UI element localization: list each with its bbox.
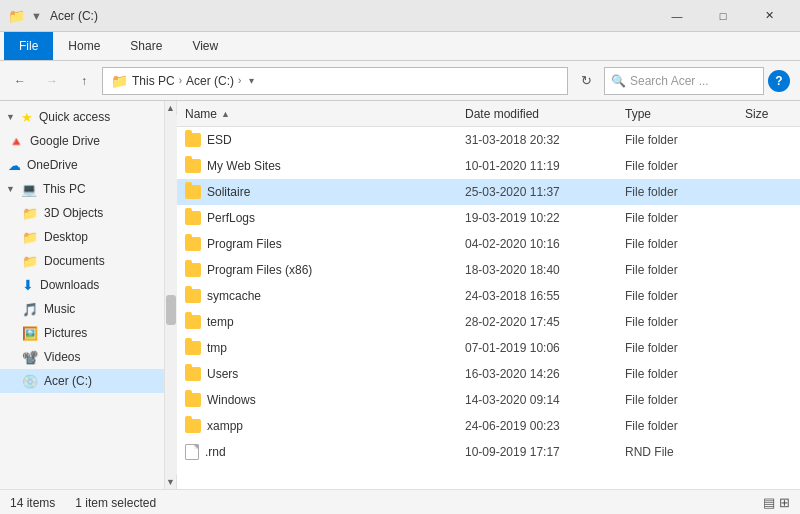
- content-area: Name ▲ Date modified Type Size ESD 31-03…: [177, 101, 800, 489]
- sidebar-item-acer-c[interactable]: 💿 Acer (C:): [0, 369, 164, 393]
- file-name-text: Users: [207, 367, 238, 381]
- file-type-cell: File folder: [625, 237, 745, 251]
- sort-icon: ▲: [221, 109, 230, 119]
- col-header-size[interactable]: Size: [745, 107, 792, 121]
- col-header-name[interactable]: Name ▲: [185, 107, 465, 121]
- sidebar-scrollbar[interactable]: ▲ ▼: [165, 101, 177, 489]
- status-bar: 14 items 1 item selected ▤ ⊞: [0, 489, 800, 514]
- path-acerc[interactable]: Acer (C:): [186, 74, 234, 88]
- window-controls: — □ ✕: [654, 0, 792, 32]
- maximize-button[interactable]: □: [700, 0, 746, 32]
- sidebar-item-quick-access[interactable]: ▼ ★ Quick access: [0, 105, 164, 129]
- file-name-text: xampp: [207, 419, 243, 433]
- item-count: 14 items: [10, 496, 55, 510]
- tab-file[interactable]: File: [4, 32, 53, 60]
- pictures-icon: 🖼️: [22, 326, 38, 341]
- view-icon-list[interactable]: ▤: [763, 495, 775, 510]
- scroll-down-arrow[interactable]: ▼: [166, 475, 175, 489]
- sidebar-label-quick-access: Quick access: [39, 110, 110, 124]
- sidebar-item-videos[interactable]: 📽️ Videos: [0, 345, 164, 369]
- sidebar-item-pictures[interactable]: 🖼️ Pictures: [0, 321, 164, 345]
- close-button[interactable]: ✕: [746, 0, 792, 32]
- sidebar-item-google-drive[interactable]: 🔺 Google Drive: [0, 129, 164, 153]
- scroll-up-arrow[interactable]: ▲: [166, 101, 175, 115]
- search-box[interactable]: 🔍 Search Acer ...: [604, 67, 764, 95]
- col-header-date[interactable]: Date modified: [465, 107, 625, 121]
- folder-desktop-icon: 📁: [22, 230, 38, 245]
- table-row[interactable]: Program Files (x86) 18-03-2020 18:40 Fil…: [177, 257, 800, 283]
- tab-view[interactable]: View: [177, 32, 233, 60]
- content-scroll[interactable]: Name ▲ Date modified Type Size ESD 31-03…: [177, 101, 800, 489]
- col-header-type[interactable]: Type: [625, 107, 745, 121]
- tab-home[interactable]: Home: [53, 32, 115, 60]
- computer-icon: 💻: [21, 182, 37, 197]
- folder-3d-icon: 📁: [22, 206, 38, 221]
- table-row[interactable]: Program Files 04-02-2020 10:16 File fold…: [177, 231, 800, 257]
- file-date-cell: 04-02-2020 10:16: [465, 237, 625, 251]
- table-row[interactable]: symcache 24-03-2018 16:55 File folder: [177, 283, 800, 309]
- file-name-text: symcache: [207, 289, 261, 303]
- table-row[interactable]: xampp 24-06-2019 00:23 File folder: [177, 413, 800, 439]
- file-name-text: ESD: [207, 133, 232, 147]
- file-type-cell: File folder: [625, 393, 745, 407]
- address-dropdown-arrow[interactable]: ▾: [249, 75, 254, 86]
- sidebar-label-documents: Documents: [44, 254, 105, 268]
- help-button[interactable]: ?: [768, 70, 790, 92]
- file-name-text: Windows: [207, 393, 256, 407]
- sidebar-item-documents[interactable]: 📁 Documents: [0, 249, 164, 273]
- table-row[interactable]: Windows 14-03-2020 09:14 File folder: [177, 387, 800, 413]
- search-icon: 🔍: [611, 74, 626, 88]
- forward-button[interactable]: →: [38, 67, 66, 95]
- file-name-text: Program Files: [207, 237, 282, 251]
- table-row[interactable]: .rnd 10-09-2019 17:17 RND File: [177, 439, 800, 465]
- file-name-text: PerfLogs: [207, 211, 255, 225]
- table-row[interactable]: Solitaire 25-03-2020 11:37 File folder: [177, 179, 800, 205]
- sidebar: ▼ ★ Quick access 🔺 Google Drive ☁ OneDri…: [0, 101, 165, 489]
- path-thispc[interactable]: This PC: [132, 74, 175, 88]
- table-row[interactable]: Users 16-03-2020 14:26 File folder: [177, 361, 800, 387]
- table-row[interactable]: temp 28-02-2020 17:45 File folder: [177, 309, 800, 335]
- file-name-text: tmp: [207, 341, 227, 355]
- path-chevron-2: ›: [238, 75, 241, 86]
- folder-icon: [185, 263, 201, 277]
- table-row[interactable]: ESD 31-03-2018 20:32 File folder: [177, 127, 800, 153]
- up-button[interactable]: ↑: [70, 67, 98, 95]
- refresh-button[interactable]: ↻: [572, 67, 600, 95]
- folder-icon: [185, 159, 201, 173]
- drive-icon: 💿: [22, 374, 38, 389]
- sidebar-item-onedrive[interactable]: ☁ OneDrive: [0, 153, 164, 177]
- table-row[interactable]: PerfLogs 19-03-2019 10:22 File folder: [177, 205, 800, 231]
- file-type-cell: File folder: [625, 159, 745, 173]
- sidebar-item-music[interactable]: 🎵 Music: [0, 297, 164, 321]
- chevron-down-icon: ▼: [6, 112, 15, 122]
- file-type-cell: File folder: [625, 263, 745, 277]
- file-name-cell: Windows: [185, 393, 465, 407]
- address-bar: ← → ↑ 📁 This PC › Acer (C:) › ▾ ↻ 🔍 Sear…: [0, 61, 800, 101]
- google-drive-icon: 🔺: [8, 134, 24, 149]
- scroll-thumb-sidebar[interactable]: [166, 295, 176, 325]
- sidebar-item-this-pc[interactable]: ▼ 💻 This PC: [0, 177, 164, 201]
- folder-icon: [185, 185, 201, 199]
- file-name-text: My Web Sites: [207, 159, 281, 173]
- table-row[interactable]: tmp 07-01-2019 10:06 File folder: [177, 335, 800, 361]
- table-row[interactable]: My Web Sites 10-01-2020 11:19 File folde…: [177, 153, 800, 179]
- minimize-button[interactable]: —: [654, 0, 700, 32]
- title-bar: 📁 ▼ Acer (C:) — □ ✕: [0, 0, 800, 32]
- sidebar-item-desktop[interactable]: 📁 Desktop: [0, 225, 164, 249]
- sidebar-item-3dobjects[interactable]: 📁 3D Objects: [0, 201, 164, 225]
- sidebar-item-downloads[interactable]: ⬇ Downloads: [0, 273, 164, 297]
- folder-icon: [185, 393, 201, 407]
- file-name-cell: symcache: [185, 289, 465, 303]
- file-name-text: Solitaire: [207, 185, 250, 199]
- file-type-cell: File folder: [625, 211, 745, 225]
- file-date-cell: 10-01-2020 11:19: [465, 159, 625, 173]
- address-path[interactable]: 📁 This PC › Acer (C:) › ▾: [102, 67, 568, 95]
- tab-share[interactable]: Share: [115, 32, 177, 60]
- file-list: ESD 31-03-2018 20:32 File folder My Web …: [177, 127, 800, 465]
- sidebar-label-videos: Videos: [44, 350, 80, 364]
- view-icon-tiles[interactable]: ⊞: [779, 495, 790, 510]
- file-date-cell: 18-03-2020 18:40: [465, 263, 625, 277]
- back-button[interactable]: ←: [6, 67, 34, 95]
- file-name-cell: tmp: [185, 341, 465, 355]
- chevron-down-icon-2: ▼: [6, 184, 15, 194]
